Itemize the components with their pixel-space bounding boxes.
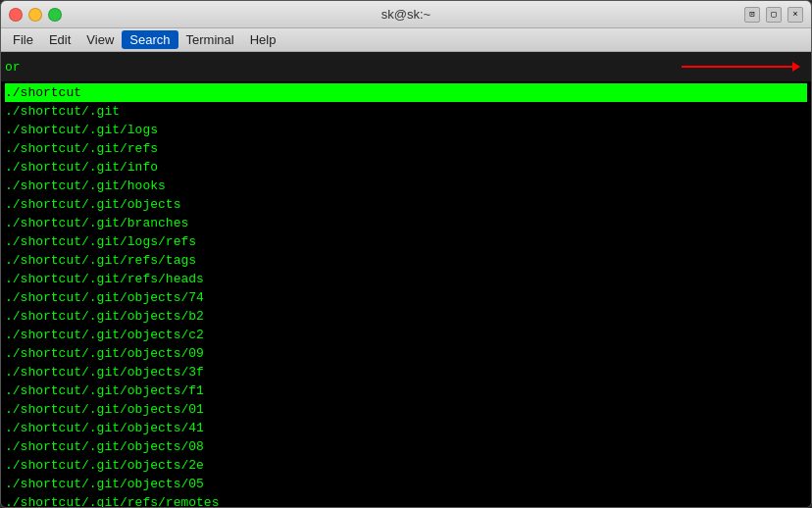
minimize-button[interactable] [28,8,42,22]
terminal-line: ./shortcut/.git/refs/tags [5,251,807,270]
terminal-line: ./shortcut/.git/objects/3f [5,363,807,381]
close-button[interactable] [9,8,23,22]
terminal-line: ./shortcut/.git/objects/2e [5,456,807,475]
menu-help[interactable]: Help [242,30,284,49]
terminal-line: ./shortcut/.git/logs/refs [5,232,807,251]
menu-file[interactable]: File [5,30,41,49]
window-title: sk@sk:~ [381,7,431,22]
terminal-line: ./shortcut/.git/objects/c2 [5,326,807,344]
terminal-line: ./shortcut/.git/objects/09 [5,344,807,363]
arrow-line [682,66,799,68]
search-bar: or [1,52,811,81]
title-bar: sk@sk:~ ⊡ ▢ × [1,1,811,28]
menu-search[interactable]: Search [122,30,178,49]
title-bar-right: ⊡ ▢ × [744,7,803,23]
terminal-line: ./shortcut/.git/refs [5,139,807,158]
terminal-line: ./shortcut/.git/objects/b2 [5,307,807,326]
title-icon-1[interactable]: ⊡ [744,7,760,23]
title-icon-2[interactable]: ▢ [766,7,782,23]
menu-view[interactable]: View [78,30,122,49]
menu-edit[interactable]: Edit [41,30,78,49]
terminal-line: ./shortcut/.git/refs/heads [5,270,807,288]
terminal-body: ./shortcut./shortcut/.git./shortcut/.git… [1,81,811,507]
terminal-line: ./shortcut/.git/objects/41 [5,419,807,437]
terminal-line: ./shortcut/.git/objects [5,195,807,214]
terminal-line: ./shortcut/.git/objects/05 [5,475,807,493]
terminal-line: ./shortcut/.git/objects/08 [5,437,807,456]
terminal-window: sk@sk:~ ⊡ ▢ × File Edit View Search Term… [0,0,812,508]
terminal-line: ./shortcut/.git/info [5,158,807,177]
terminal-line: ./shortcut/.git/objects/74 [5,288,807,307]
terminal-line: ./shortcut/.git/logs [5,121,807,139]
terminal-line: ./shortcut/.git [5,102,807,121]
maximize-button[interactable] [48,8,62,22]
terminal-line: ./shortcut/.git/objects/01 [5,400,807,419]
menu-bar: File Edit View Search Terminal Help [1,28,811,52]
search-input[interactable] [25,60,674,75]
window-controls [9,8,62,22]
terminal-line: ./shortcut/.git/refs/remotes [5,493,807,507]
menu-terminal[interactable]: Terminal [178,30,242,49]
search-input-container [25,60,807,75]
terminal-line: ./shortcut [5,83,807,102]
terminal-line: ./shortcut/.git/branches [5,214,807,232]
terminal-line: ./shortcut/.git/objects/f1 [5,381,807,400]
arrow-annotation [682,66,799,68]
title-icon-3[interactable]: × [787,7,803,23]
terminal-line: ./shortcut/.git/hooks [5,177,807,195]
search-prompt: or [5,60,21,75]
